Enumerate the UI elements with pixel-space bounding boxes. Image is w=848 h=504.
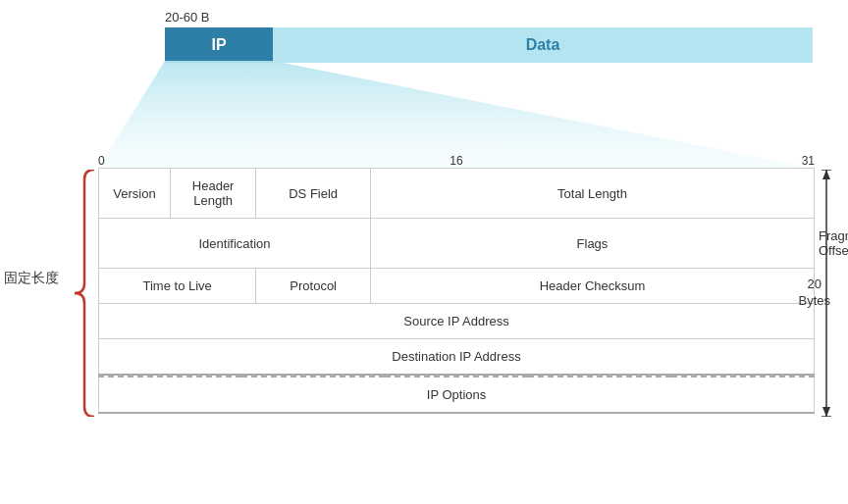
data-segment: Data [273, 27, 813, 63]
cell-ip-options: IP Options [99, 377, 815, 413]
svg-marker-3 [822, 407, 830, 417]
main-container: 20-60 B IP Data 0 16 31 [0, 0, 848, 504]
header-fields-table: Version Header Length DS Field Total Len… [98, 168, 815, 376]
cell-header-length: Header Length [170, 169, 255, 219]
packet-size-label: 20-60 B [165, 10, 210, 25]
table-row-5: Destination IP Address [99, 339, 815, 376]
cell-version: Version [99, 169, 171, 219]
cell-ds-field: DS Field [256, 169, 371, 219]
cell-header-checksum: Header Checksum [370, 269, 814, 304]
svg-marker-2 [822, 170, 830, 179]
cell-protocol: Protocol [256, 269, 371, 304]
table-row-4: Source IP Address [99, 304, 815, 339]
table-row-2: Identification Flags Fragment Offset [99, 219, 815, 269]
cell-identification: Identification [99, 219, 371, 269]
cell-source-ip: Source IP Address [99, 304, 815, 339]
packet-bar: IP Data [165, 27, 813, 63]
cell-ttl: Time to Live [99, 269, 256, 304]
fixed-length-brace [57, 170, 98, 417]
cell-total-length: Total Length [370, 169, 814, 219]
ip-header-table: Version Header Length DS Field Total Len… [98, 152, 815, 414]
cell-dest-ip: Destination IP Address [99, 339, 815, 376]
table-row-options: IP Options [99, 377, 815, 413]
fixed-length-label: 固定长度 [4, 270, 59, 287]
table-row-1: Version Header Length DS Field Total Len… [99, 169, 815, 219]
table-row-3: Time to Live Protocol Header Checksum [99, 269, 815, 304]
bytes-20-label: 20 Bytes [798, 277, 830, 310]
cell-flags: Flags [370, 219, 814, 269]
ip-segment: IP [165, 27, 273, 63]
options-table: IP Options [98, 376, 815, 414]
